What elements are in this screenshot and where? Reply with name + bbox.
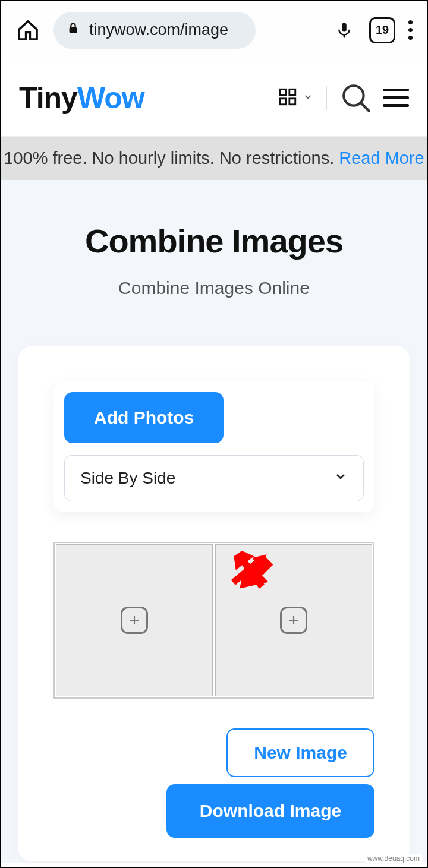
svg-rect-4 (289, 89, 295, 95)
page-subtitle: Combine Images Online (1, 278, 427, 298)
mic-icon[interactable] (332, 18, 356, 42)
chevron-down-icon (303, 91, 313, 105)
search-icon[interactable] (340, 82, 370, 114)
chevron-down-icon (333, 469, 348, 488)
svg-rect-1 (342, 23, 347, 31)
grid-icon (278, 87, 298, 109)
new-image-button[interactable]: New Image (226, 728, 374, 777)
tab-count-number: 19 (376, 23, 389, 37)
main-content: Combine Images Combine Images Online Add… (1, 180, 427, 863)
tab-count[interactable]: 19 (369, 17, 395, 43)
svg-rect-0 (70, 27, 77, 33)
page-title: Combine Images (1, 222, 427, 260)
tool-card: Add Photos Side By Side + + New Image (18, 346, 410, 861)
add-photos-button[interactable]: Add Photos (64, 392, 224, 443)
svg-rect-6 (289, 98, 295, 104)
browser-chrome: tinywow.com/image 19 (1, 1, 427, 59)
lock-icon (67, 20, 80, 40)
svg-rect-5 (280, 98, 286, 104)
home-icon[interactable] (15, 18, 40, 43)
image-slot-1[interactable]: + (56, 544, 213, 696)
hamburger-menu-icon[interactable] (383, 89, 409, 107)
promo-link[interactable]: Read More (339, 149, 424, 168)
svg-line-8 (361, 103, 370, 112)
apps-menu[interactable] (278, 87, 313, 109)
site-header: TinyWow (1, 59, 427, 137)
svg-marker-11 (228, 548, 273, 594)
download-image-button[interactable]: Download Image (166, 784, 374, 838)
logo-part2: Wow (77, 81, 144, 115)
url-bar[interactable]: tinywow.com/image (54, 12, 256, 49)
annotation-arrow-icon (228, 548, 273, 596)
promo-text: 100% free. No hourly limits. No restrict… (4, 149, 334, 168)
divider (326, 86, 327, 110)
image-slots: + + (54, 542, 374, 699)
upload-panel: Add Photos Side By Side (54, 381, 374, 512)
svg-rect-3 (280, 89, 286, 95)
layout-select[interactable]: Side By Side (64, 455, 364, 501)
svg-point-7 (344, 86, 363, 105)
site-logo[interactable]: TinyWow (19, 81, 144, 115)
layout-selected-value: Side By Side (80, 469, 175, 488)
action-buttons: New Image Download Image (54, 728, 374, 838)
kebab-menu-icon[interactable] (408, 20, 413, 40)
plus-icon: + (121, 607, 148, 634)
plus-icon: + (280, 607, 307, 634)
promo-banner: 100% free. No hourly limits. No restrict… (1, 137, 427, 180)
watermark: www.deuaq.com (365, 854, 422, 863)
logo-part1: Tiny (19, 81, 77, 115)
url-text: tinywow.com/image (89, 21, 228, 39)
